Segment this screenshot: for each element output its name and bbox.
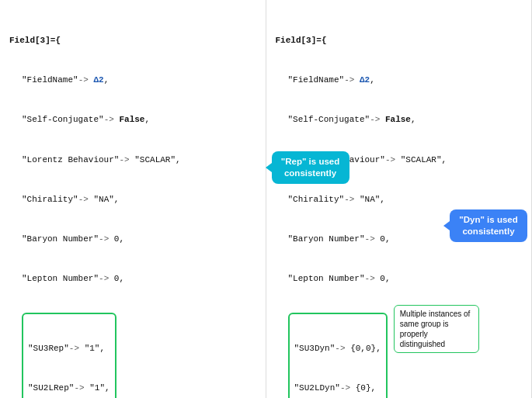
dyn-block-right-f3-wrapper: "SU3Dyn"-> {0,0}, "SU2LDyn"-> {0}, "SU2R… (288, 313, 388, 398)
dyn-callout: "Dyn" is used consistently (450, 209, 527, 242)
dyn-block-right-f3: "SU3Dyn"-> {0,0}, "SU2LDyn"-> {0}, "SU2R… (288, 313, 388, 398)
line-chirality-r3: "Chirality"-> "NA", (276, 193, 523, 206)
field3-header-left: Field[3]={ (9, 34, 256, 47)
left-code: Field[3]={ "FieldName"-> Δ2, "Self-Conju… (9, 8, 256, 312)
su3dyn-r3: "SU3Dyn"-> {0,0}, (294, 342, 381, 355)
line-lorentz-l3: "Lorentz Behaviour"-> "SCALAR", (9, 154, 256, 167)
rep-block-left-f3: "SU3Rep"-> "1", "SU2LRep"-> "1", "SU2RRe… (22, 313, 116, 398)
line-chirality-l3: "Chirality"-> "NA", (9, 193, 256, 206)
line-lepton-r3: "Lepton Number"-> 0, (276, 272, 523, 286)
su2lrep-l3: "SU2LRep"-> "1", (28, 382, 110, 395)
line-baryon-l3: "Baryon Number"-> 0, (9, 233, 256, 246)
line-fieldname-r3: "FieldName"-> Δ2, (276, 74, 523, 87)
right-panel: Field[3]={ "FieldName"-> Δ2, "Self-Conju… (266, 0, 533, 398)
line-selfconj-l3: "Self-Conjugate"-> False, (9, 113, 256, 126)
multiple-instances-note: Multiple instances of same group is prop… (394, 305, 479, 353)
su2ldyn-r3: "SU2LDyn"-> {0}, (294, 382, 381, 395)
su3rep-l3: "SU3Rep"-> "1", (28, 342, 110, 355)
left-panel: Field[3]={ "FieldName"-> Δ2, "Self-Conju… (0, 0, 266, 398)
field3-header-right: Field[3]={ (276, 34, 523, 47)
rep-callout: "Rep" is used consistently (272, 151, 349, 184)
line-fieldname-l3: "FieldName"-> Δ2, (9, 74, 256, 87)
line-selfconj-r3: "Self-Conjugate"-> False, (276, 113, 523, 126)
line-lepton-l3: "Lepton Number"-> 0, (9, 272, 256, 286)
